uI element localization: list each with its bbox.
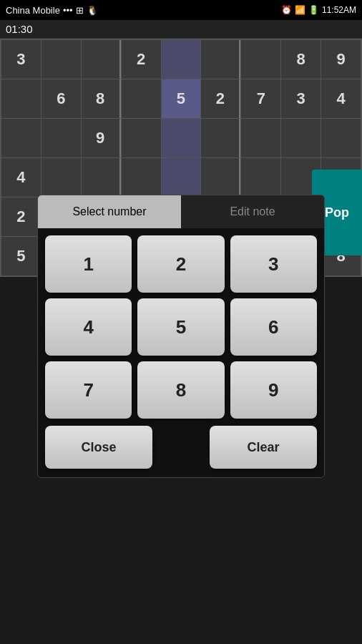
clear-button[interactable]: Clear: [210, 426, 317, 469]
sudoku-grid: 32896852734942258 Select number Edit not…: [0, 39, 362, 277]
grid-cell[interactable]: [1, 79, 41, 118]
grid-cell[interactable]: 3: [281, 79, 321, 118]
tab-select-number[interactable]: Select number: [38, 195, 181, 228]
action-row: Close Clear: [38, 426, 324, 477]
grid-cell[interactable]: 9: [82, 119, 121, 157]
numpad-btn-4[interactable]: 4: [45, 298, 132, 356]
signal-dots: •••: [63, 5, 73, 16]
grid-cell[interactable]: [122, 119, 161, 157]
grid-cell[interactable]: [82, 158, 121, 197]
grid-cell[interactable]: [321, 119, 361, 157]
modal-tabs[interactable]: Select number Edit note: [38, 195, 324, 228]
grid-cell[interactable]: [82, 40, 121, 79]
grid-cell[interactable]: 8: [281, 40, 321, 79]
grid-cell[interactable]: [122, 79, 161, 118]
numpad-btn-9[interactable]: 9: [230, 361, 317, 419]
grid-cell[interactable]: [241, 119, 280, 157]
status-bar: China Mobile ••• ⊞ 🐧 ⏰ 📶 🔋 11:52AM: [0, 0, 362, 20]
timer-value: 01:30: [6, 23, 33, 35]
numpad: 123456789: [38, 228, 324, 426]
grid-cell[interactable]: 8: [82, 79, 121, 118]
status-right: ⏰ 📶 🔋 11:52AM: [281, 5, 356, 15]
grid-cell[interactable]: [201, 158, 240, 197]
timer-bar: 01:30: [0, 20, 362, 39]
grid-cell[interactable]: [41, 119, 81, 157]
grid-cell[interactable]: [41, 158, 81, 197]
close-button[interactable]: Close: [45, 426, 152, 469]
numpad-btn-1[interactable]: 1: [45, 235, 132, 293]
grid-cell[interactable]: 2: [1, 197, 41, 236]
grid-cell[interactable]: [1, 119, 41, 157]
grid-cell[interactable]: [162, 119, 201, 157]
grid-cell[interactable]: [201, 40, 240, 79]
grid-cell[interactable]: 9: [321, 40, 361, 79]
clock: 11:52AM: [322, 5, 356, 15]
grid-cell[interactable]: [162, 40, 201, 79]
carrier-name: China Mobile: [6, 5, 60, 16]
numpad-btn-6[interactable]: 6: [230, 298, 317, 356]
grid-cell[interactable]: 7: [241, 79, 280, 118]
media-icon: 🐧: [87, 5, 98, 16]
grid-cell[interactable]: 6: [41, 79, 81, 118]
grid-cell[interactable]: 2: [122, 40, 161, 79]
numpad-btn-5[interactable]: 5: [137, 298, 224, 356]
grid-cell[interactable]: [162, 158, 201, 197]
numpad-btn-2[interactable]: 2: [137, 235, 224, 293]
grid-cell[interactable]: 5: [1, 237, 41, 275]
sim-icon: ⊞: [76, 5, 84, 16]
grid-cell[interactable]: 3: [1, 40, 41, 79]
status-left: China Mobile ••• ⊞ 🐧: [6, 5, 98, 16]
alarm-icon: ⏰: [281, 5, 292, 15]
grid-cell[interactable]: 2: [201, 79, 240, 118]
tab-edit-note[interactable]: Edit note: [181, 195, 324, 228]
grid-cell[interactable]: [122, 158, 161, 197]
grid-cell[interactable]: 4: [1, 158, 41, 197]
signal-icon: 📶: [295, 5, 305, 15]
numpad-btn-8[interactable]: 8: [137, 361, 224, 419]
grid-cell[interactable]: 4: [321, 79, 361, 118]
grid-cell[interactable]: [241, 40, 280, 79]
grid-cell[interactable]: [41, 40, 81, 79]
number-picker-modal: Select number Edit note 123456789 Close …: [37, 195, 325, 478]
grid-cell[interactable]: [201, 119, 240, 157]
battery-icon: 🔋: [308, 5, 319, 15]
grid-cell[interactable]: [241, 158, 280, 197]
grid-cell[interactable]: 5: [162, 79, 201, 118]
numpad-btn-3[interactable]: 3: [230, 235, 317, 293]
grid-cell[interactable]: [281, 119, 321, 157]
numpad-btn-7[interactable]: 7: [45, 361, 132, 419]
